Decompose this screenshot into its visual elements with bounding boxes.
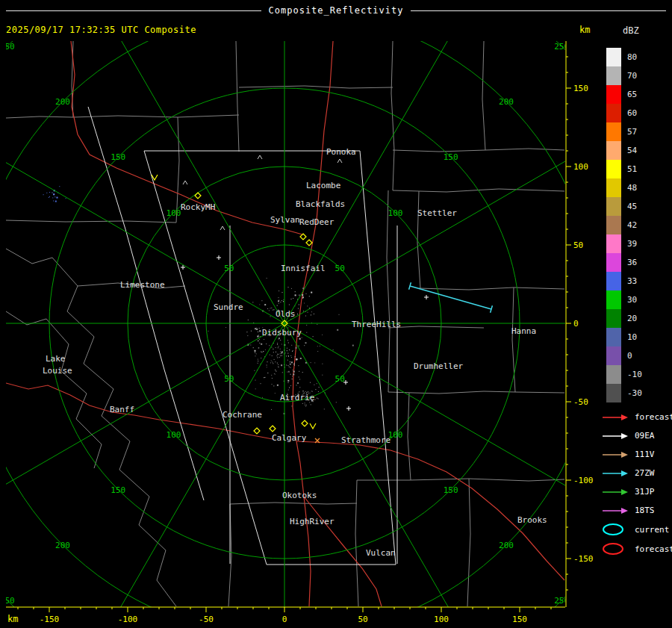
legend-track-item: 27ZW bbox=[602, 464, 672, 482]
echo-pixel bbox=[280, 355, 281, 356]
axis-label: -50 bbox=[199, 615, 214, 624]
echo-pixel bbox=[258, 335, 259, 335]
echo-pixel bbox=[310, 382, 311, 383]
legend-track-item: 18TS bbox=[602, 501, 672, 520]
ellipse-shape bbox=[603, 544, 623, 554]
echo-pixel bbox=[293, 298, 293, 299]
timestamp: 2025/09/17 17:32:35 UTC Composite bbox=[6, 25, 196, 35]
echo-pixel bbox=[311, 314, 311, 315]
echo-pixel bbox=[280, 340, 281, 341]
echo-pixel bbox=[318, 398, 319, 399]
echo-pixel bbox=[304, 303, 305, 304]
track-legend: forecast09EA111V27ZW31JP18TScurrentforec… bbox=[602, 408, 672, 559]
echo-pixel bbox=[263, 351, 264, 352]
echo-pixel bbox=[324, 408, 325, 409]
echo-pixel bbox=[277, 354, 278, 355]
colorbar-swatch bbox=[606, 346, 621, 365]
echo-pixel bbox=[294, 372, 295, 373]
echo-pixel bbox=[291, 288, 292, 289]
echo-pixel bbox=[271, 347, 272, 348]
echo-pixel bbox=[258, 359, 258, 360]
axis-label: 0 bbox=[282, 615, 287, 624]
colorbar-value: 80 bbox=[627, 52, 637, 62]
colorbar-swatch bbox=[606, 197, 621, 216]
echo-pixel bbox=[286, 365, 287, 366]
echo-pixel bbox=[277, 344, 278, 345]
city-label: Lake bbox=[46, 354, 66, 364]
ellipse-icon bbox=[602, 522, 629, 537]
colorbar-entry: 54 bbox=[606, 141, 642, 160]
echo-pixel bbox=[302, 294, 303, 296]
radar-map[interactable]: 5050505010010010010015015015015020020020… bbox=[6, 41, 565, 607]
echo-pixel bbox=[281, 364, 282, 366]
echo-pixel bbox=[287, 353, 288, 354]
echo-pixel bbox=[225, 327, 226, 328]
range-label: 50 bbox=[335, 264, 345, 273]
track-arrow-icon bbox=[602, 488, 629, 497]
site-diamond-marker bbox=[306, 240, 312, 246]
echo-pixel bbox=[272, 362, 273, 363]
echo-pixel bbox=[269, 345, 270, 346]
echo-pixel bbox=[255, 328, 256, 329]
county-boundary bbox=[6, 115, 239, 118]
echo-pixel bbox=[288, 390, 289, 391]
axis-label: 100 bbox=[573, 162, 588, 172]
radar-map-canvas[interactable]: 5050505010010010010015015015015020020020… bbox=[6, 41, 565, 607]
colorbar-entry: 51 bbox=[606, 160, 642, 178]
city-label: HighRiver bbox=[290, 517, 335, 526]
titlebar: Composite_Reflectivity bbox=[6, 5, 666, 16]
title-rule-left bbox=[6, 10, 261, 11]
echo-pixel bbox=[283, 299, 284, 300]
range-label: 50 bbox=[224, 374, 234, 384]
colorbar-swatch bbox=[606, 66, 621, 85]
colorbar-value: 65 bbox=[627, 90, 637, 99]
echo-pixel bbox=[252, 302, 253, 302]
echo-pixel bbox=[270, 316, 271, 317]
chevron-marker bbox=[310, 423, 316, 429]
echo-pixel bbox=[270, 362, 271, 363]
range-label: 200 bbox=[55, 541, 70, 550]
site-diamond-marker bbox=[270, 426, 276, 432]
echo-pixel bbox=[299, 295, 299, 296]
echo-pixel bbox=[309, 308, 310, 308]
echo-pixel bbox=[290, 364, 291, 365]
track-arrow-icon bbox=[602, 432, 629, 441]
peak-marker bbox=[337, 159, 342, 163]
legend-ellipse-item: forecast bbox=[602, 539, 672, 559]
echo-pixel bbox=[315, 389, 316, 390]
right-axis-unit: km bbox=[579, 25, 590, 35]
echo-pixel bbox=[320, 346, 320, 346]
echo-pixel bbox=[306, 293, 307, 294]
axis-label: 50 bbox=[358, 615, 367, 624]
colorbar-value: 48 bbox=[627, 183, 637, 193]
echo-pixel bbox=[279, 290, 279, 291]
echo-pixel bbox=[272, 384, 273, 385]
echo-pixel bbox=[290, 355, 291, 356]
echo-pixel bbox=[274, 359, 275, 360]
colorbar-entry: -10 bbox=[606, 365, 642, 384]
colorbar-swatch bbox=[606, 160, 621, 178]
echo-pixel bbox=[278, 347, 279, 348]
legend-track-item: 31JP bbox=[602, 482, 672, 501]
legend-track-label: 09EA bbox=[635, 431, 655, 441]
axis-label: 50 bbox=[573, 240, 583, 250]
legend-ellipse-label: current bbox=[635, 525, 669, 535]
track-arrow-icon bbox=[602, 506, 629, 515]
echo-pixel bbox=[265, 349, 266, 350]
echo-pixel bbox=[290, 367, 291, 368]
echo-pixel bbox=[293, 373, 294, 375]
echo-pixel bbox=[298, 365, 299, 366]
legend-track-label: 27ZW bbox=[635, 468, 655, 478]
echo-pixel bbox=[292, 370, 293, 370]
echo-pixel bbox=[66, 198, 66, 199]
county-boundary bbox=[387, 190, 390, 392]
echo-pixel bbox=[273, 363, 273, 364]
ellipse-icon bbox=[602, 541, 629, 556]
legend-track-item: 09EA bbox=[602, 426, 672, 445]
echo-pixel bbox=[291, 405, 292, 406]
echo-pixel bbox=[258, 361, 258, 361]
echo-pixel bbox=[255, 380, 256, 381]
colorbar-entry: 39 bbox=[606, 234, 642, 253]
echo-pixel bbox=[281, 300, 282, 301]
colorbar-value: -30 bbox=[627, 388, 642, 398]
